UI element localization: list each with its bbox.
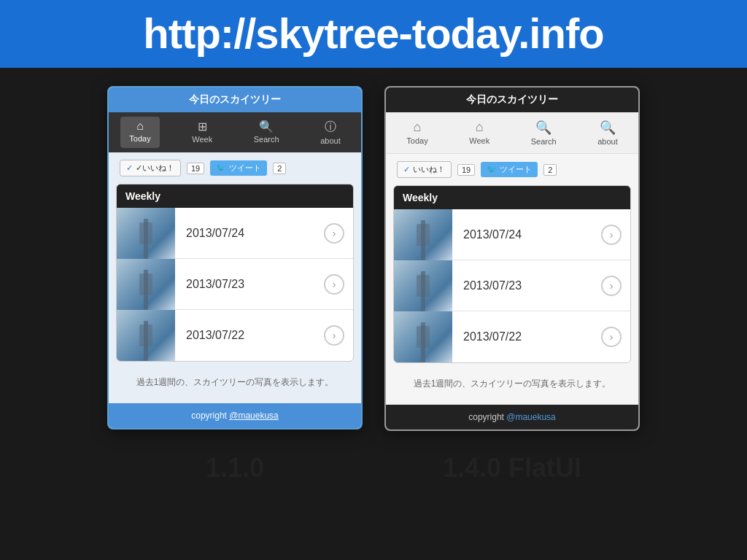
v2-weekly-header: Weekly	[394, 186, 630, 209]
home-icon: ⌂	[136, 120, 144, 133]
version-labels: 1.1.0 1.4.0 FlatUI	[0, 449, 747, 487]
v1-list-item-3[interactable]: 2013/07/22 ›	[117, 310, 353, 361]
v1-date-2: 2013/07/23	[175, 278, 324, 291]
v1-nav-about[interactable]: ⓘ about	[311, 117, 349, 148]
checkmark-icon: ✓	[403, 165, 410, 174]
v1-social-bar: ✓ ✓いいね！ 19 🐦 ツイート 2	[109, 152, 361, 184]
v2-nav-today[interactable]: ⌂ Today	[398, 117, 436, 149]
v2-like-label: いいね！	[413, 164, 445, 175]
v2-nav-search-label: Search	[531, 137, 557, 146]
v2-copyright: copyright @mauekusa	[386, 405, 638, 429]
search-icon: 🔍	[259, 120, 274, 133]
v1-like-label: ✓いいね！	[136, 163, 174, 174]
v1-nav-today-label: Today	[129, 134, 150, 143]
search-icon-2: 🔍	[600, 120, 616, 136]
v1-like-count: 19	[187, 163, 204, 174]
v1-date-1: 2013/07/24	[175, 227, 324, 240]
v2-nav-week[interactable]: ⌂ Week	[460, 117, 498, 149]
home-icon: ⌂	[414, 120, 422, 135]
v2-tweet-button[interactable]: 🐦 ツイート	[481, 162, 538, 177]
v2-like-button[interactable]: ✓ いいね！	[397, 161, 452, 178]
v1-date-3: 2013/07/22	[175, 329, 324, 342]
v2-date-3: 2013/07/22	[452, 330, 601, 343]
v2-nav-about[interactable]: 🔍 about	[589, 117, 627, 149]
v1-copyright-link[interactable]: @mauekusa	[229, 411, 279, 421]
v1-nav-search-label: Search	[254, 135, 279, 144]
version-label-v2: 1.4.0 FlatUI	[384, 453, 640, 483]
v1-tweet-button[interactable]: 🐦 ツイート	[210, 160, 267, 176]
version-label-v1: 1.1.0	[107, 453, 363, 483]
v1-like-button[interactable]: ✓ ✓いいね！	[120, 160, 181, 176]
v2-weekly-section: Weekly 2013/07/24 › 2013/07/23 › 2013/07…	[393, 185, 631, 363]
v2-nav-week-label: Week	[469, 136, 489, 145]
v1-thumb-2	[117, 259, 175, 310]
phone-v1: 今日のスカイツリー ⌂ Today ⊞ Week 🔍 Search ⓘ abou…	[107, 86, 363, 429]
grid-icon: ⊞	[198, 120, 207, 133]
v1-nav-today[interactable]: ⌂ Today	[120, 117, 159, 148]
v2-copyright-link[interactable]: @mauekusa	[506, 412, 556, 422]
v2-chevron-1: ›	[601, 225, 622, 245]
v1-tweet-label: ツイート	[229, 163, 261, 174]
v1-nav-week-label: Week	[192, 135, 212, 144]
main-content: 今日のスカイツリー ⌂ Today ⊞ Week 🔍 Search ⓘ abou…	[0, 68, 747, 449]
v2-description: 過去1週間の、スカイツリーの写真を表示します。	[386, 363, 638, 405]
v1-weekly-section: Weekly 2013/07/24 › 2013/07/23 › 2013/07…	[116, 184, 354, 362]
phone-v2: 今日のスカイツリー ⌂ Today ⌂ Week 🔍 Search 🔍 abou…	[384, 86, 640, 431]
v2-like-count: 19	[457, 164, 475, 176]
home-icon-2: ⌂	[476, 120, 484, 135]
v2-social-bar: ✓ いいね！ 19 🐦 ツイート 2	[386, 154, 638, 185]
v1-thumb-1	[117, 208, 175, 259]
search-icon: 🔍	[535, 120, 551, 136]
v1-weekly-header: Weekly	[117, 184, 353, 208]
v1-list-item-1[interactable]: 2013/07/24 ›	[117, 208, 353, 259]
checkmark-icon: ✓	[126, 163, 133, 173]
v1-chevron-3: ›	[324, 325, 344, 346]
v2-tweet-label: ツイート	[500, 164, 532, 175]
v1-description: 過去1週間の、スカイツリーの写真を表示します。	[109, 362, 361, 403]
v1-list-item-2[interactable]: 2013/07/23 ›	[117, 259, 353, 310]
v2-nav-about-label: about	[597, 137, 618, 146]
v2-list-item-2[interactable]: 2013/07/23 ›	[394, 260, 630, 311]
v2-app-title: 今日のスカイツリー	[386, 88, 638, 112]
v1-tweet-count: 2	[273, 163, 286, 174]
v2-list-item-1[interactable]: 2013/07/24 ›	[394, 209, 630, 260]
v1-copyright-text: copyright	[191, 411, 229, 421]
v1-nav-bar: ⌂ Today ⊞ Week 🔍 Search ⓘ about	[109, 112, 361, 152]
v2-tweet-count: 2	[543, 164, 557, 176]
v1-nav-week[interactable]: ⊞ Week	[183, 117, 221, 148]
v2-nav-search[interactable]: 🔍 Search	[522, 117, 565, 149]
twitter-icon: 🐦	[487, 165, 497, 174]
v2-date-1: 2013/07/24	[452, 228, 601, 241]
v2-date-2: 2013/07/23	[452, 279, 601, 292]
v1-chevron-2: ›	[324, 274, 344, 295]
v2-copyright-text: copyright	[468, 412, 506, 422]
v2-chevron-2: ›	[601, 276, 622, 296]
v1-nav-about-label: about	[320, 136, 341, 145]
v1-nav-search[interactable]: 🔍 Search	[245, 117, 288, 148]
v2-thumb-1	[394, 209, 452, 260]
page-header: http://skytree-today.info	[0, 0, 747, 68]
v2-chevron-3: ›	[601, 327, 622, 347]
v1-chevron-1: ›	[324, 223, 344, 244]
v2-nav-today-label: Today	[406, 136, 427, 145]
v2-thumb-3	[394, 311, 452, 362]
site-url: http://skytree-today.info	[15, 9, 732, 58]
v1-copyright: copyright @mauekusa	[109, 403, 361, 428]
v1-app-title: 今日のスカイツリー	[109, 88, 361, 112]
info-icon: ⓘ	[325, 120, 336, 135]
twitter-icon: 🐦	[216, 163, 226, 173]
v1-thumb-3	[117, 310, 175, 361]
v2-thumb-2	[394, 260, 452, 311]
v2-list-item-3[interactable]: 2013/07/22 ›	[394, 311, 630, 362]
v2-nav-bar: ⌂ Today ⌂ Week 🔍 Search 🔍 about	[386, 112, 638, 154]
